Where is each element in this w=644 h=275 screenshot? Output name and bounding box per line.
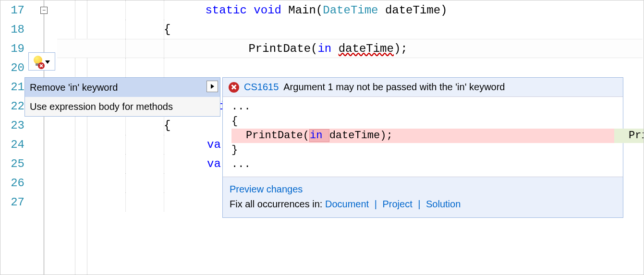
diff-added-line: PrintDate(dateTime);: [614, 129, 644, 143]
code-line[interactable]: 20: [0, 58, 644, 77]
fold-toggle-icon[interactable]: −: [40, 7, 48, 14]
fix-scope-project[interactable]: Project: [382, 199, 412, 209]
error-squiggle: dateTime: [339, 42, 394, 55]
code-text: va: [207, 138, 221, 151]
code-text: va: [207, 157, 221, 170]
line-number: 23: [0, 119, 29, 132]
lightbulb-error-icon: [34, 56, 42, 67]
code-line-current[interactable]: 19 PrintDate(in dateTime);: [0, 39, 644, 58]
quick-actions-menu: Remove 'in' keyword Use expression body …: [24, 77, 220, 117]
line-number: 26: [0, 177, 29, 190]
line-number: 17: [0, 4, 29, 17]
fix-scope-solution[interactable]: Solution: [426, 199, 461, 209]
submenu-arrow-icon[interactable]: [207, 81, 218, 92]
line-number: 19: [0, 42, 29, 55]
code-editor[interactable]: 17 − static void Main(DateTime dateTime)…: [0, 0, 644, 275]
quick-action-preview: CS1615 Argument 1 may not be passed with…: [222, 77, 623, 218]
code-text: {: [164, 23, 170, 36]
quick-action-expression-body[interactable]: Use expression body for methods: [25, 97, 220, 116]
line-number: 24: [0, 138, 29, 151]
error-code: CS1615: [244, 82, 279, 93]
code-line[interactable]: 17 − static void Main(DateTime dateTime): [0, 0, 644, 20]
line-number: 27: [0, 196, 29, 209]
preview-header: CS1615 Argument 1 may not be passed with…: [223, 78, 623, 97]
separator: |: [372, 199, 380, 209]
code-text: {: [164, 119, 170, 132]
fix-all-label: Fix all occurrences in:: [230, 199, 325, 209]
quick-action-remove-in[interactable]: Remove 'in' keyword: [25, 78, 220, 97]
line-number: 18: [0, 23, 29, 36]
error-message: Argument 1 may not be passed with the 'i…: [283, 82, 505, 93]
separator: |: [415, 199, 423, 209]
lightbulb-button[interactable]: [28, 52, 55, 71]
line-number: 25: [0, 157, 29, 170]
menu-item-label: Remove 'in' keyword: [30, 82, 118, 93]
menu-item-label: Use expression body for methods: [30, 101, 173, 112]
preview-diff: ...{PrintDate(in dateTime);PrintDate(dat…: [223, 97, 623, 177]
diff-removed-line: PrintDate(in dateTime);: [231, 129, 614, 143]
chevron-down-icon: [45, 60, 50, 64]
line-number: 20: [0, 61, 29, 74]
preview-footer: Preview changes Fix all occurrences in: …: [223, 177, 623, 217]
error-icon: [229, 82, 239, 93]
fix-scope-document[interactable]: Document: [325, 199, 369, 209]
preview-changes-link[interactable]: Preview changes: [230, 184, 303, 194]
